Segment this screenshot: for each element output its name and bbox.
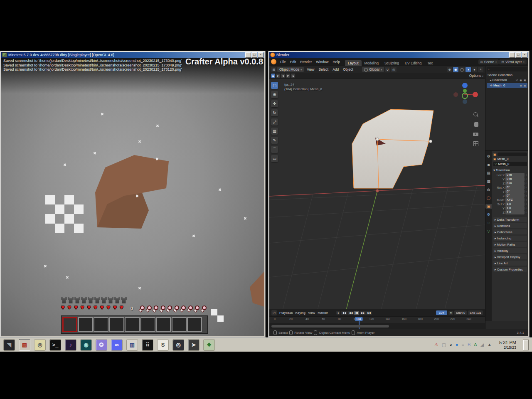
- mode-toggle-icon[interactable]: ◪: [291, 74, 295, 78]
- workspace-tab[interactable]: UV Editing: [402, 60, 424, 66]
- properties-tab-icon[interactable]: ▤: [485, 171, 492, 175]
- window-control-button[interactable]: ×: [522, 52, 527, 58]
- hotbar-slot[interactable]: [109, 317, 124, 332]
- workspace-tab[interactable]: Layout: [345, 60, 362, 66]
- timeline-menu[interactable]: Keying: [294, 311, 306, 315]
- timeline-menu[interactable]: Playback: [278, 311, 294, 315]
- outliner-root[interactable]: Scene Collection: [487, 73, 527, 77]
- viewport-menu[interactable]: View: [305, 67, 316, 72]
- gizmo-y-axis[interactable]: [463, 89, 467, 93]
- lock-icon[interactable]: ○: [525, 190, 527, 193]
- gizmo-x-neg[interactable]: [453, 92, 458, 97]
- hotbar-slot[interactable]: [125, 317, 140, 332]
- tool-button[interactable]: ✢: [271, 100, 278, 107]
- quick-launch-icon[interactable]: S: [157, 339, 169, 351]
- transform-value-field[interactable]: 1.0: [505, 206, 525, 210]
- collapsed-section[interactable]: ▸ Instancing: [493, 236, 527, 241]
- properties-tab-icon[interactable]: ▽: [485, 229, 492, 234]
- gizmo-z-axis[interactable]: [462, 83, 468, 88]
- properties-tab-icon[interactable]: ⚙: [485, 154, 492, 159]
- minetest-viewport[interactable]: Saved screenshot to '/home/jordan/Deskto…: [1, 58, 264, 336]
- workspace-tab[interactable]: Modeling: [362, 60, 382, 66]
- blender-logo-icon[interactable]: [271, 59, 276, 64]
- quick-launch-icon[interactable]: ➤: [188, 339, 200, 351]
- quick-launch-icon[interactable]: >_: [49, 339, 61, 351]
- quick-launch-icon[interactable]: ♪: [65, 339, 76, 351]
- transform-panel-header[interactable]: ▾ Transform: [493, 168, 527, 172]
- close-icon[interactable]: ×: [523, 61, 525, 63]
- lock-icon[interactable]: ○: [525, 207, 527, 209]
- tool-button[interactable]: ▭: [271, 155, 278, 162]
- hotbar-slot[interactable]: [94, 317, 108, 332]
- record-button[interactable]: ●: [336, 311, 340, 315]
- hotbar-slot[interactable]: [62, 317, 77, 332]
- collapsed-section[interactable]: ▸ Collections: [493, 229, 527, 234]
- timeline-ruler[interactable]: 020406080100120140160180200220240 104: [269, 316, 485, 323]
- hotbar-slot[interactable]: [172, 317, 187, 332]
- lock-icon[interactable]: ○: [525, 182, 527, 185]
- mode-toggle-icon[interactable]: ▣: [271, 74, 275, 78]
- topbar-menu[interactable]: Render: [298, 59, 314, 64]
- pan-hand-icon[interactable]: [474, 122, 478, 127]
- window-control-button[interactable]: □: [251, 52, 257, 58]
- 3d-viewport[interactable]: fps: 24 (104) Collection | Mesh_0 ▢⊕✢↻⤢▦…: [269, 79, 485, 309]
- viewport-toggle-icon[interactable]: ●: [472, 67, 477, 72]
- gizmo-center-ring[interactable]: [462, 93, 468, 99]
- outliner-search[interactable]: ⌕: [487, 67, 527, 71]
- gizmo-x-axis[interactable]: [473, 92, 478, 97]
- hotbar-slot[interactable]: [140, 317, 155, 332]
- viewport-toggle-icon[interactable]: ⊕: [447, 67, 452, 72]
- properties-breadcrumb[interactable]: ▣ Mesh_0: [493, 157, 527, 161]
- transform-value-field[interactable]: XYZ: [505, 198, 525, 202]
- properties-search-field[interactable]: [498, 153, 527, 156]
- camera-view-icon[interactable]: [473, 131, 478, 137]
- mode-dropdown[interactable]: Object Mode▾: [277, 67, 304, 72]
- tray-icon[interactable]: ●: [456, 342, 458, 347]
- lock-icon[interactable]: ○: [525, 211, 527, 214]
- collapsed-section[interactable]: ▸ Visibility: [493, 248, 527, 253]
- tool-button[interactable]: ▦: [271, 128, 278, 135]
- gizmo-z-neg[interactable]: [463, 99, 467, 104]
- tray-icon[interactable]: A: [474, 342, 477, 347]
- workspace-tab[interactable]: Sculpting: [382, 60, 402, 66]
- mode-toggle-icon[interactable]: ◩: [286, 74, 290, 78]
- collapsed-section[interactable]: ▸ Delta Transform: [493, 217, 527, 222]
- outliner-row[interactable]: ✢ Mesh_0 ◉ ▣: [487, 83, 527, 88]
- minetest-titlebar[interactable]: Minetest 5.7.0-dev-4c865779b-dirty [Sing…: [1, 52, 264, 58]
- timeline-menu[interactable]: View: [307, 311, 316, 315]
- properties-tab-icon[interactable]: ⚙: [485, 212, 492, 217]
- window-control-button[interactable]: —: [245, 52, 251, 58]
- workspace-tab[interactable]: Tex: [424, 60, 436, 66]
- hotbar-slot[interactable]: [187, 317, 202, 332]
- quick-launch-icon[interactable]: ◉: [80, 339, 92, 351]
- transport-button[interactable]: ▶▮: [366, 311, 372, 315]
- transport-button[interactable]: ▶▶: [360, 311, 366, 315]
- lock-icon[interactable]: ○: [525, 174, 527, 176]
- tool-button[interactable]: ✎: [271, 137, 278, 144]
- editor-type-icon[interactable]: ⊞: [271, 67, 276, 72]
- tool-button[interactable]: ⌒: [271, 146, 278, 153]
- viewlayer-selector[interactable]: ▤ ViewLayer ×: [499, 59, 527, 64]
- tray-icon[interactable]: ▲: [487, 342, 492, 347]
- mode-toggle-icon[interactable]: ◧: [276, 74, 280, 78]
- proportional-edit-icon[interactable]: ◎: [391, 67, 397, 72]
- window-control-button[interactable]: ×: [258, 52, 264, 58]
- quick-launch-icon[interactable]: ▨: [19, 339, 30, 351]
- blender-titlebar[interactable]: Blender —□×: [269, 52, 528, 58]
- lock-icon[interactable]: ○: [525, 186, 527, 189]
- hotbar-slot[interactable]: [156, 317, 171, 332]
- lock-icon[interactable]: ○: [525, 178, 527, 180]
- current-frame-field[interactable]: 104: [436, 310, 447, 315]
- transform-value-field[interactable]: 0°: [505, 194, 525, 198]
- collapsed-section[interactable]: ▸ Custom Properties: [493, 267, 527, 272]
- properties-tab-icon[interactable]: ◌: [485, 221, 492, 225]
- tray-icon[interactable]: ◢: [480, 342, 484, 347]
- frame-start-field[interactable]: Start 0: [454, 310, 467, 315]
- frame-end-field[interactable]: End 131: [468, 310, 483, 315]
- timeline-menu[interactable]: Marker: [316, 311, 329, 315]
- quick-launch-icon[interactable]: ✪: [96, 339, 107, 351]
- transform-value-field[interactable]: 0 m: [505, 181, 525, 185]
- tray-icon[interactable]: B: [468, 342, 470, 347]
- quick-launch-icon[interactable]: ◥: [3, 339, 15, 351]
- lock-icon[interactable]: ○: [525, 195, 527, 197]
